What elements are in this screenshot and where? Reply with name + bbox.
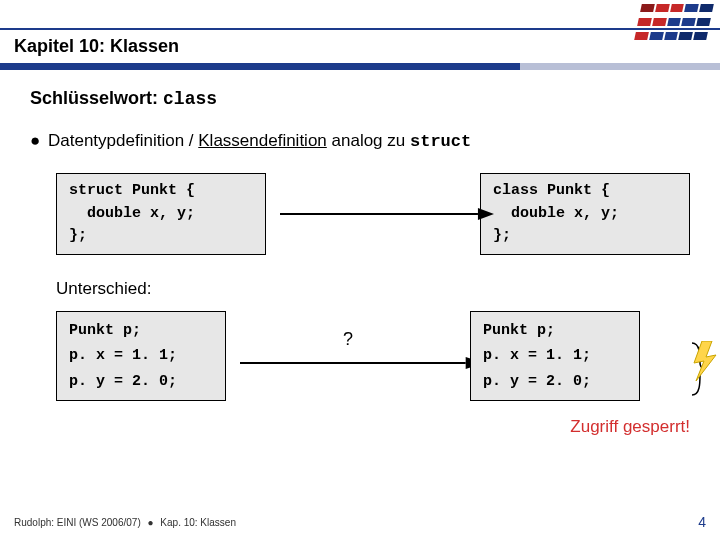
page-number: 4 (698, 514, 706, 530)
footer-chapter: Kap. 10: Klassen (160, 517, 236, 528)
arrow-zone (266, 189, 480, 239)
bullet-pre: Datentypdefinition / (48, 131, 198, 150)
access-denied-text: Zugriff gesperrt! (470, 417, 690, 437)
header-rule-top (0, 28, 720, 30)
slide: Kapitel 10: Klassen Schlüsselwort: class… (0, 0, 720, 540)
content: Schlüsselwort: class ● Datentypdefinitio… (30, 88, 690, 437)
example-left: Punkt p; p. x = 1. 1; p. y = 2. 0; (56, 311, 226, 402)
bullet: ● Datentypdefinition / Klassendefinition… (30, 131, 690, 151)
header-rule-bottom (0, 63, 720, 70)
footer: Rudolph: EINI (WS 2006/07) ● Kap. 10: Kl… (0, 514, 720, 530)
arrow-icon (280, 204, 494, 224)
footer-author: Rudolph: EINI (WS 2006/07) (14, 517, 141, 528)
keyword-code: class (163, 89, 217, 109)
question-mark: ? (226, 329, 470, 350)
bullet-underlined: Klassendefinition (198, 131, 327, 150)
example-mid: ? (226, 311, 470, 399)
code-class: class Punkt { double x, y; }; (480, 173, 690, 255)
header: Kapitel 10: Klassen (0, 28, 720, 70)
bullet-kw: struct (410, 132, 471, 151)
svg-marker-4 (694, 341, 716, 381)
keyword-line: Schlüsselwort: class (30, 88, 690, 109)
separator-dot-icon: ● (144, 517, 158, 528)
bullet-post: analog zu (327, 131, 410, 150)
difference-label: Unterschied: (56, 279, 690, 299)
example-right-wrap: Punkt p; p. x = 1. 1; p. y = 2. 0; Zugri… (470, 311, 690, 438)
bullet-dot-icon: ● (30, 131, 48, 151)
example-comparison: Punkt p; p. x = 1. 1; p. y = 2. 0; ? Pun… (56, 311, 690, 438)
bullet-text: Datentypdefinition / Klassendefinition a… (48, 131, 471, 151)
footer-left: Rudolph: EINI (WS 2006/07) ● Kap. 10: Kl… (14, 517, 236, 528)
chapter-title: Kapitel 10: Klassen (0, 36, 720, 63)
svg-marker-1 (478, 208, 494, 220)
arrow-icon (240, 353, 484, 373)
code-comparison: struct Punkt { double x, y; }; class Pun… (56, 173, 690, 255)
keyword-prefix: Schlüsselwort: (30, 88, 163, 108)
example-right: Punkt p; p. x = 1. 1; p. y = 2. 0; (470, 311, 640, 402)
code-struct: struct Punkt { double x, y; }; (56, 173, 266, 255)
lightning-icon (692, 341, 718, 381)
